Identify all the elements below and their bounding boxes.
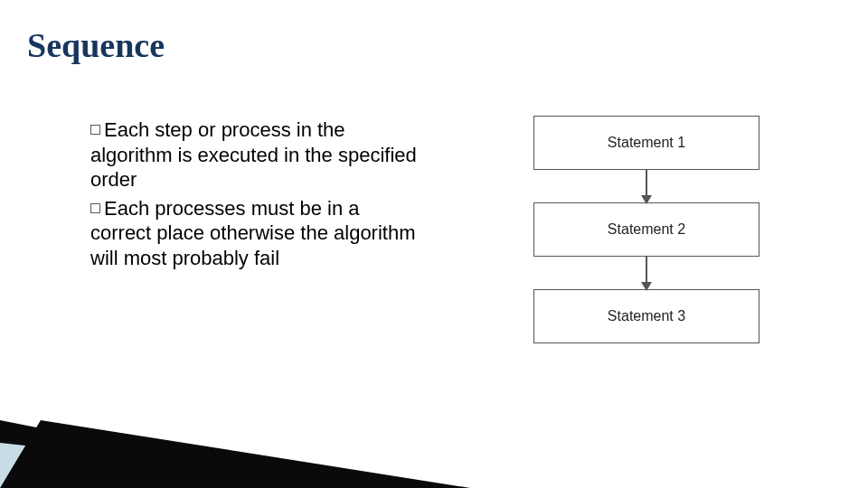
square-bullet-icon xyxy=(90,203,100,213)
bullet-item: Each processes must be in a correct plac… xyxy=(90,196,425,271)
bullet-text: Each step or process in the algorithm is… xyxy=(90,118,417,191)
slide-title: Sequence xyxy=(27,25,165,65)
svg-marker-1 xyxy=(0,443,416,488)
diagram-box: Statement 2 xyxy=(533,202,760,257)
bullet-text: Each processes must be in a correct plac… xyxy=(90,197,416,269)
square-bullet-icon xyxy=(90,125,100,135)
arrow-down-icon xyxy=(646,257,647,289)
slide-decoration xyxy=(0,389,470,488)
diagram-box: Statement 1 xyxy=(533,116,760,170)
bullet-list: Each step or process in the algorithm is… xyxy=(90,117,425,274)
svg-marker-2 xyxy=(0,420,470,488)
sequence-diagram: Statement 1 Statement 2 Statement 3 xyxy=(479,116,814,343)
svg-marker-0 xyxy=(0,420,344,488)
arrow-down-icon xyxy=(646,170,647,202)
diagram-box: Statement 3 xyxy=(533,289,760,343)
bullet-item: Each step or process in the algorithm is… xyxy=(90,117,425,192)
